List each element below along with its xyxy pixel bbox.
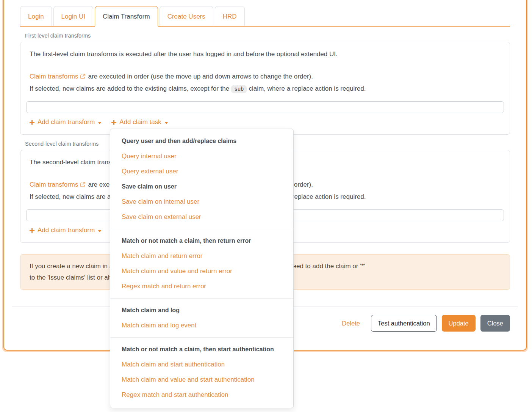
dropdown-item[interactable]: Match claim and start authentication [110, 357, 293, 372]
dropdown-group-header: Match or not match a claim, then start a… [110, 342, 293, 357]
dropdown-item[interactable]: Match claim and return error [110, 248, 293, 264]
dropdown-item[interactable]: Match claim and value and return error [110, 264, 293, 279]
claim-transforms-link[interactable]: Claim transforms [30, 73, 78, 80]
tab-bar: LoginLogin UIClaim TransformCreate Users… [20, 6, 510, 27]
dropdown-item[interactable]: Query internal user [110, 149, 293, 164]
dropdown-item[interactable]: Match claim and log event [110, 318, 293, 333]
dropdown-item[interactable]: Match claim and value and start authenti… [110, 372, 293, 387]
first-level-section-label: First-level claim transforms [25, 33, 510, 39]
tab-login[interactable]: Login [20, 6, 52, 26]
dropdown-group-header: Query user and then add/replace claims [110, 134, 293, 149]
tab-login-ui[interactable]: Login UI [53, 6, 93, 26]
dropdown-item[interactable]: Query external user [110, 164, 293, 179]
claim-task-dropdown: Query user and then add/replace claimsQu… [110, 129, 294, 408]
external-link-icon [80, 72, 86, 83]
add-claim-task-label: Add claim task [119, 118, 161, 126]
tab-claim-transform[interactable]: Claim Transform [95, 6, 158, 27]
dropdown-divider [110, 229, 293, 229]
first-level-add-row: Add claim transform Add claim task [30, 118, 501, 126]
first-level-intro-text: The first-level claim transforms is exec… [30, 49, 501, 60]
claim-transforms-link[interactable]: Claim transforms [30, 181, 78, 188]
replace-text-after: claim, where a replace action is require… [249, 85, 366, 92]
dropdown-item[interactable]: Regex match and return error [110, 279, 293, 294]
plus-icon [111, 120, 116, 125]
external-link-icon [80, 180, 86, 191]
dropdown-item[interactable]: Save claim on internal user [110, 194, 293, 209]
delete-button[interactable]: Delete [340, 315, 361, 331]
plus-icon [30, 228, 34, 233]
sub-claim-chip: sub [231, 85, 247, 93]
dropdown-group-header: Match claim and log [110, 303, 293, 318]
dropdown-divider [110, 337, 293, 338]
dropdown-group-header: Save claim on user [110, 179, 293, 194]
add-claim-transform-label: Add claim transform [38, 226, 95, 234]
tab-hrd[interactable]: HRD [215, 6, 245, 26]
close-button[interactable]: Close [480, 315, 510, 332]
first-level-claim-transform-input[interactable] [26, 101, 504, 113]
first-level-replace-line: If selected, new claims are added to the… [30, 83, 501, 95]
test-authentication-button[interactable]: Test authentication [371, 315, 437, 332]
add-claim-transform-button[interactable]: Add claim transform [30, 226, 102, 234]
dropdown-group-header: Match or not match a claim, then return … [110, 233, 293, 248]
dropdown-divider [110, 298, 293, 299]
dropdown-item[interactable]: Save claim on external user [110, 209, 293, 225]
order-text: are executed in order (use the move up a… [88, 73, 313, 80]
plus-icon [30, 120, 34, 125]
first-level-order-line: Claim transformsare executed in order (u… [30, 71, 501, 83]
caret-down-icon [98, 230, 102, 232]
update-button[interactable]: Update [442, 315, 476, 332]
tab-create-users[interactable]: Create Users [160, 6, 213, 26]
add-claim-transform-label: Add claim transform [38, 118, 95, 126]
caret-down-icon [164, 122, 168, 124]
add-claim-transform-button[interactable]: Add claim transform [30, 118, 102, 126]
caret-down-icon [98, 122, 102, 124]
replace-text-before: If selected, new claims are added to the… [30, 85, 229, 92]
add-claim-task-button[interactable]: Add claim task [111, 118, 168, 126]
dropdown-item[interactable]: Regex match and start authentication [110, 387, 293, 403]
first-level-claim-transforms-panel: The first-level claim transforms is exec… [20, 42, 510, 135]
